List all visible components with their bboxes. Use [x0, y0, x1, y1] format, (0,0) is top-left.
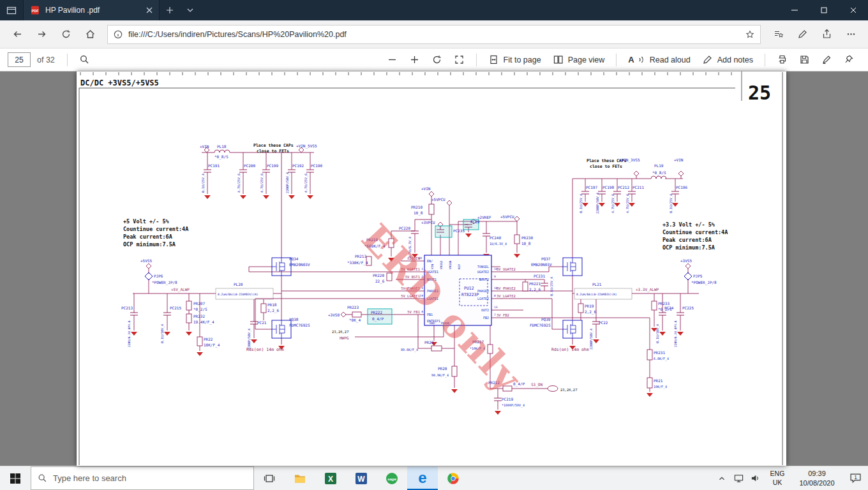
address-bar: file:///C:/Users/indiren/Pictures/Scans/…: [0, 20, 868, 48]
schematic-label: 6.8K/F_4: [654, 357, 669, 361]
schematic-label: PL21: [592, 282, 602, 286]
inductor-icon: [651, 176, 666, 179]
zoom-in-button[interactable]: [403, 48, 426, 71]
fullscreen-button[interactable]: [448, 48, 470, 71]
fit-to-page-button[interactable]: Fit to page: [483, 48, 547, 71]
schematic-label: 3V FB2: [497, 313, 509, 317]
save-button[interactable]: [793, 48, 816, 71]
date-text: 10/08/2020: [791, 479, 842, 487]
fullscreen-icon: [454, 54, 465, 65]
zoom-out-button[interactable]: [381, 48, 403, 71]
add-notes-button[interactable]: Add notes: [696, 48, 759, 71]
more-button[interactable]: [839, 23, 863, 46]
back-button[interactable]: [5, 23, 29, 46]
browser-tab-active[interactable]: PDF HP Pavilion .pdf: [23, 0, 160, 20]
schematic-label: PR222: [371, 310, 382, 315]
schematic-label: Place these CAPs: [253, 143, 294, 148]
schematic-label: PC192: [292, 163, 304, 168]
forward-button[interactable]: [29, 23, 54, 46]
tab-close-icon[interactable]: [146, 7, 153, 13]
page-number-input[interactable]: 25: [8, 52, 31, 67]
schematic-label: PC240: [490, 235, 501, 240]
schematic-label: *0_8/S: [214, 154, 228, 160]
schematic-label: 3V PHASE2: [497, 286, 516, 290]
highlight-button[interactable]: [816, 48, 838, 71]
schematic-label: 90.9K/F_4: [431, 373, 449, 378]
pdf-viewport[interactable]: DC/DC +3VS5/+5VS525+5 Volt +/- 5%Countin…: [0, 71, 868, 466]
set-tabs-aside-button[interactable]: [0, 0, 23, 20]
web-note-button[interactable]: [790, 23, 814, 46]
taskbar-app-chrome[interactable]: [438, 466, 468, 490]
home-icon: [85, 29, 96, 40]
schematic-label: 0_4/P: [372, 316, 384, 322]
schematic-label: *0_8/S: [652, 170, 666, 175]
read-aloud-button[interactable]: A Read aloud: [622, 48, 696, 71]
schematic-label: PC190: [311, 163, 322, 168]
schematic-label: +3VS0: [328, 313, 340, 317]
schematic-label: REF: [458, 264, 461, 269]
inductor-icon: [214, 150, 230, 152]
schematic-label: PC196: [676, 185, 687, 189]
schematic-label: 80.6K/F_4: [401, 348, 418, 352]
schematic-label: PR230: [521, 235, 533, 240]
language-line1: ENG: [763, 470, 791, 478]
maximize-button[interactable]: [809, 0, 839, 20]
home-button[interactable]: [78, 23, 102, 46]
info-icon[interactable]: [113, 29, 123, 40]
schematic-label: PQ37: [541, 256, 551, 261]
tab-bar: PDF HP Pavilion .pdf: [0, 0, 868, 20]
pdf-toolbar: 25 of 32 Fit to page Page view A Read al…: [0, 48, 868, 71]
pushpin-icon: [844, 54, 855, 65]
rotate-button[interactable]: [426, 48, 448, 71]
hub-button[interactable]: [766, 23, 790, 46]
svg-text:PDF: PDF: [32, 9, 40, 13]
clock[interactable]: 09:39 10/08/2020: [791, 469, 842, 487]
pdf-file-icon: PDF: [30, 5, 40, 15]
action-center-button[interactable]: 1: [842, 466, 868, 490]
tray-display-button[interactable]: [730, 466, 747, 490]
schematic-label: FDMC7692S: [289, 323, 310, 327]
schematic-label: PJP6: [154, 274, 163, 278]
schematic-label: PC211: [632, 185, 644, 189]
schematic-label: 2200P/50V_4: [285, 172, 290, 193]
resistor-icon: [514, 235, 520, 244]
schematic-label: 220U/6.3V_6M4.6: [128, 320, 131, 347]
print-button[interactable]: [771, 48, 793, 71]
page-view-button[interactable]: Page view: [547, 48, 611, 71]
new-tab-button[interactable]: [160, 0, 180, 20]
chrome-icon: [447, 472, 460, 485]
task-view-button[interactable]: [254, 466, 285, 490]
language-indicator[interactable]: ENG UK: [763, 470, 791, 486]
schematic-label: *0K_4: [349, 318, 361, 323]
taskbar-app-excel[interactable]: X: [315, 466, 346, 490]
minimize-button[interactable]: [780, 0, 809, 20]
pin-toolbar-button[interactable]: [838, 48, 860, 71]
taskbar-search-input[interactable]: Type here to search: [31, 466, 254, 490]
tab-list-button[interactable]: [180, 0, 200, 20]
window-controls: [780, 0, 868, 20]
pen-icon: [797, 29, 808, 40]
tray-expand-button[interactable]: [714, 466, 730, 490]
schematic-label: PQ38: [289, 317, 299, 322]
pdf-toolbar-right: Fit to page Page view A Read aloud Add n…: [381, 48, 860, 71]
highlighter-icon: [821, 54, 832, 65]
minus-icon: [387, 54, 398, 65]
refresh-button[interactable]: [54, 23, 78, 46]
find-button[interactable]: [73, 48, 96, 71]
start-button[interactable]: [0, 466, 31, 490]
tray-volume-button[interactable]: [747, 466, 763, 490]
taskbar-app-edge-active[interactable]: e: [407, 466, 438, 490]
taskbar-app-sage[interactable]: sage: [377, 466, 407, 490]
schematic-label: 2,2_6: [529, 287, 541, 292]
display-icon: [734, 473, 744, 483]
share-button[interactable]: [814, 23, 839, 46]
taskbar-app-word[interactable]: W: [346, 466, 377, 490]
url-field[interactable]: file:///C:/Users/indiren/Pictures/Scans/…: [107, 25, 761, 44]
schematic-label: 0.1U/25V_4: [550, 277, 554, 296]
schematic-label: 2200P/50V_4: [595, 193, 600, 214]
taskbar-app-explorer[interactable]: [285, 466, 315, 490]
svg-text:W: W: [357, 474, 365, 483]
favorite-star-icon[interactable]: [745, 29, 755, 40]
close-button[interactable]: [839, 0, 868, 20]
schematic-label: PHASE2: [477, 289, 489, 293]
